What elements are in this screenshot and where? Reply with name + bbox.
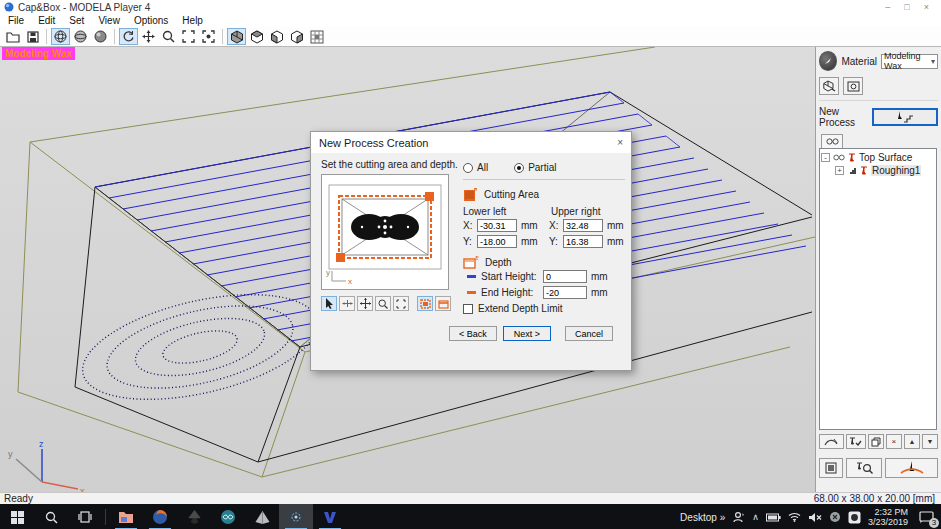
tray-expand-icon[interactable]: ∧ [752, 512, 759, 522]
menu-view[interactable]: View [98, 15, 120, 26]
lower-left-x-input[interactable] [477, 219, 517, 232]
fit-preview-button[interactable] [393, 296, 409, 311]
menu-help[interactable]: Help [182, 15, 203, 26]
collapse-icon[interactable]: - [821, 153, 830, 162]
zoom-selection-button[interactable] [199, 28, 218, 45]
radio-all-circle[interactable] [463, 163, 473, 173]
cut-preview-button[interactable] [819, 434, 844, 449]
dialog-title-bar[interactable]: New Process Creation × [311, 132, 631, 153]
depth-label: Depth [485, 257, 512, 268]
dialog-separator [463, 179, 625, 180]
fit-frame-icon [396, 299, 406, 309]
radio-partial-circle[interactable] [514, 163, 524, 173]
end-height-label: End Height: [481, 287, 543, 298]
move-area-button[interactable] [357, 296, 373, 311]
view-iso-button[interactable] [227, 28, 246, 45]
people-icon[interactable] [732, 511, 745, 523]
log-button[interactable] [819, 458, 843, 478]
end-height-input[interactable] [543, 286, 587, 299]
wireframe-view-button[interactable] [51, 28, 70, 45]
action-center-button[interactable]: 3 [915, 506, 937, 528]
taskbar-search-button[interactable] [34, 504, 68, 529]
view-front-button[interactable] [267, 28, 286, 45]
fit-view-button[interactable] [179, 28, 198, 45]
start-button[interactable] [0, 504, 34, 529]
taskbar-app-slicer[interactable] [245, 504, 279, 529]
menu-set[interactable]: Set [69, 15, 84, 26]
tool-search-button[interactable] [846, 458, 882, 478]
back-button[interactable]: < Back [449, 326, 497, 341]
cancel-button[interactable]: Cancel [565, 326, 613, 341]
rotate-tool-button[interactable] [119, 28, 138, 45]
tree-row-top-surface[interactable]: - Top Surface [821, 151, 935, 164]
desktop-label: Desktop [680, 512, 717, 523]
volume-muted-icon[interactable] [808, 512, 822, 523]
tool-magnifier-icon [855, 462, 873, 474]
start-cutting-button[interactable] [885, 458, 938, 478]
material-info-button[interactable] [819, 51, 837, 71]
expand-icon[interactable]: + [835, 166, 844, 175]
zoom-preview-button[interactable] [375, 296, 391, 311]
unit-mm: mm [517, 236, 537, 247]
menu-edit[interactable]: Edit [38, 15, 55, 26]
shaded-view-button[interactable] [71, 28, 90, 45]
open-file-button[interactable] [3, 28, 22, 45]
compass-icon [823, 56, 833, 66]
resize-tool-button[interactable] [339, 296, 355, 311]
wifi-icon[interactable] [788, 512, 801, 522]
taskbar-app-modela[interactable] [279, 504, 313, 529]
menu-options[interactable]: Options [134, 15, 168, 26]
new-process-button[interactable] [872, 108, 938, 126]
preview-button[interactable] [307, 28, 326, 45]
maximize-button[interactable]: □ [904, 2, 909, 12]
tree-row-roughing1[interactable]: + Roughing1 [821, 164, 935, 177]
minimize-button[interactable]: – [885, 2, 890, 12]
select-tool-button[interactable] [321, 296, 337, 311]
material-select[interactable]: Modeling Wax ▾ [881, 54, 938, 69]
dialog-close-button[interactable]: × [617, 137, 623, 148]
upper-right-x-input[interactable] [563, 219, 603, 232]
taskbar-app-inkscape[interactable] [177, 504, 211, 529]
save-file-button[interactable] [23, 28, 42, 45]
taskbar-app-arduino[interactable] [211, 504, 245, 529]
zoom-tool-button[interactable] [159, 28, 178, 45]
edit-process-button[interactable] [846, 434, 866, 449]
lower-left-y-input[interactable] [477, 235, 517, 248]
taskbar-app-browser[interactable] [143, 504, 177, 529]
model-size-button[interactable] [819, 77, 839, 95]
unit-mm: mm [603, 236, 623, 247]
task-view-button[interactable] [68, 504, 102, 529]
start-height-input[interactable] [543, 270, 587, 283]
desktop-toolbar[interactable]: Desktop » [680, 512, 725, 523]
tool-icon [848, 153, 856, 162]
battery-icon[interactable] [766, 513, 781, 522]
radio-partial[interactable]: Partial [514, 162, 556, 173]
process-list-tab[interactable] [821, 134, 843, 148]
solid-view-button[interactable] [91, 28, 110, 45]
tray-app-icon[interactable] [848, 511, 861, 524]
menu-file[interactable]: File [8, 15, 24, 26]
side-view-area-button[interactable] [435, 296, 451, 311]
close-button[interactable]: × [924, 2, 929, 12]
taskbar-app-vpanel[interactable] [313, 504, 347, 529]
view-top-button[interactable] [247, 28, 266, 45]
rotate-icon [122, 30, 135, 43]
view-side-button[interactable] [287, 28, 306, 45]
status-tray-icon[interactable] [829, 511, 841, 523]
cutting-area-preview[interactable]: y x [321, 174, 449, 290]
taskbar-clock[interactable]: 2:32 PM 3/23/2019 [868, 507, 908, 527]
magnifier-icon [378, 299, 388, 309]
radio-all[interactable]: All [463, 162, 488, 173]
next-button[interactable]: Next > [503, 326, 551, 341]
upper-right-y-input[interactable] [563, 235, 603, 248]
pan-tool-button[interactable] [139, 28, 158, 45]
extend-depth-checkbox[interactable] [463, 304, 473, 314]
move-up-button[interactable]: ▲ [904, 434, 920, 449]
move-down-button[interactable]: ▼ [922, 434, 938, 449]
copy-process-button[interactable] [868, 434, 884, 449]
taskbar-app-explorer[interactable] [109, 504, 143, 529]
origin-setup-button[interactable] [843, 77, 863, 95]
delete-process-button[interactable]: × [886, 434, 902, 449]
modela-app-icon [288, 509, 304, 525]
top-view-area-button[interactable] [417, 296, 433, 311]
